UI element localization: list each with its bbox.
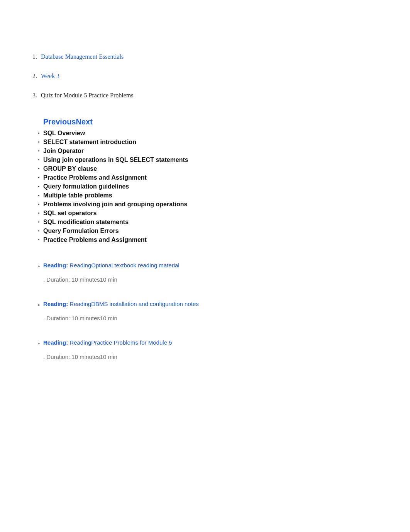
topic-label: Query formulation guidelines [43, 182, 129, 191]
topic-item: Multiple table problems [43, 191, 391, 200]
topic-label: Query Formulation Errors [43, 226, 119, 235]
breadcrumb-link-course[interactable]: Database Management Essentials [41, 53, 124, 60]
reading-title: Practice Problems for Module 5 [91, 339, 172, 346]
previous-link[interactable]: Previous [43, 117, 76, 126]
breadcrumb-item: Database Management Essentials [39, 50, 391, 70]
topic-label: Multiple table problems [43, 191, 112, 200]
prev-next-nav: PreviousNext [43, 117, 391, 126]
reading-duration: . Duration: 10 minutes10 min [43, 315, 391, 321]
reading-prefix: Reading: [43, 301, 69, 307]
breadcrumb-current: Quiz for Module 5 Practice Problems [41, 92, 134, 99]
reading-duration: . Duration: 10 minutes10 min [43, 276, 391, 283]
duration-long: . Duration: 10 minutes [43, 354, 100, 360]
reading-title: Optional textbook reading material [91, 262, 179, 269]
topic-item: SQL set operators [43, 209, 391, 218]
reading-item: Reading: ReadingDBMS installation and co… [43, 301, 391, 321]
reading-item: Reading: ReadingOptional textbook readin… [43, 262, 391, 283]
topic-item: SELECT statement introduction [43, 138, 391, 146]
breadcrumb-link-week[interactable]: Week 3 [41, 73, 59, 79]
reading-prefix: Reading: [43, 339, 69, 346]
topic-label: Join Operator [43, 146, 84, 155]
topic-label: Using join operations in SQL SELECT stat… [43, 155, 188, 164]
topic-label: Practice Problems and Assignment [43, 235, 147, 244]
reading-link[interactable]: Reading: ReadingPractice Problems for Mo… [43, 339, 172, 346]
reading-link[interactable]: Reading: ReadingDBMS installation and co… [43, 301, 199, 307]
breadcrumb-item: Week 3 [39, 70, 391, 89]
breadcrumb-item: Quiz for Module 5 Practice Problems [39, 89, 391, 108]
reading-kind: Reading [69, 339, 91, 346]
reading-prefix: Reading: [43, 262, 69, 269]
topic-item: Problems involving join and grouping ope… [43, 200, 391, 209]
reading-link[interactable]: Reading: ReadingOptional textbook readin… [43, 262, 180, 269]
topic-item: Query formulation guidelines [43, 182, 391, 191]
topic-label: GROUP BY clause [43, 164, 97, 173]
topic-label: SQL set operators [43, 209, 97, 218]
reading-kind: Reading [69, 301, 91, 307]
breadcrumb: Database Management Essentials Week 3 Qu… [19, 50, 391, 108]
next-link[interactable]: Next [76, 117, 92, 126]
duration-short: 10 min [100, 354, 117, 360]
topic-label: SELECT statement introduction [43, 138, 136, 146]
topic-item: Using join operations in SQL SELECT stat… [43, 155, 391, 164]
reading-item: Reading: ReadingPractice Problems for Mo… [43, 339, 391, 360]
topic-item: Join Operator [43, 146, 391, 155]
topic-item: Practice Problems and Assignment Reading… [43, 235, 391, 360]
topic-label: SQL Overview [43, 129, 85, 138]
reading-duration: . Duration: 10 minutes10 min [43, 354, 391, 360]
topic-item: SQL modification statements [43, 218, 391, 226]
duration-short: 10 min [100, 315, 117, 321]
topic-item: SQL Overview [43, 129, 391, 138]
duration-long: . Duration: 10 minutes [43, 276, 100, 283]
topic-item: Practice Problems and Assignment [43, 173, 391, 182]
topic-label: Practice Problems and Assignment [43, 173, 147, 182]
topic-label: SQL modification statements [43, 218, 129, 226]
duration-long: . Duration: 10 minutes [43, 315, 100, 321]
page-root: Database Management Essentials Week 3 Qu… [0, 0, 410, 379]
topic-item: Query Formulation Errors [43, 226, 391, 235]
topics-list: SQL Overview SELECT statement introducti… [19, 129, 391, 360]
topic-item: GROUP BY clause [43, 164, 391, 173]
duration-short: 10 min [100, 276, 117, 283]
topic-label: Problems involving join and grouping ope… [43, 200, 187, 209]
reading-kind: Reading [69, 262, 91, 269]
reading-title: DBMS installation and configuration note… [91, 301, 199, 307]
readings-list: Reading: ReadingOptional textbook readin… [43, 262, 391, 360]
